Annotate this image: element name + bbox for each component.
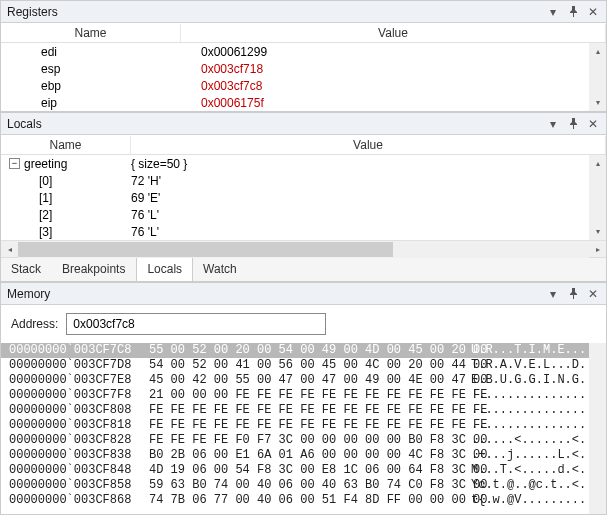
- pin-icon[interactable]: [566, 117, 580, 131]
- locals-index: [2]: [39, 208, 52, 222]
- memory-grid[interactable]: 00000000`003CF7C8 55 00 52 00 20 00 54 0…: [1, 343, 606, 514]
- memory-ascii: ................: [471, 403, 586, 418]
- locals-var-value: { size=50 }: [131, 157, 606, 171]
- memory-hex: B0 2B 06 00 E1 6A 01 A6 00 00 00 00 4C F…: [149, 448, 471, 463]
- memory-hex: 45 00 42 00 55 00 47 00 47 00 49 00 4E 0…: [149, 373, 471, 388]
- locals-columns: Name Value: [1, 135, 606, 155]
- close-icon[interactable]: ✕: [586, 287, 600, 301]
- memory-row[interactable]: 00000000`003CF7F8 21 00 00 00 FE FE FE F…: [9, 388, 602, 403]
- memory-header: Memory ▾ ✕: [1, 283, 606, 305]
- memory-addr: 00000000`003CF7D8: [9, 358, 149, 373]
- registers-body: edi 0x00061299 esp 0x003cf718 ebp 0x003c…: [1, 43, 606, 111]
- scroll-left-icon[interactable]: ◂: [1, 241, 18, 258]
- scroll-up-icon[interactable]: ▴: [589, 43, 606, 60]
- memory-addr: 00000000`003CF828: [9, 433, 149, 448]
- collapse-icon[interactable]: −: [9, 158, 20, 169]
- locals-vscroll[interactable]: ▴ ▾: [589, 155, 606, 240]
- locals-child-row[interactable]: [3] 76 'L': [1, 223, 606, 240]
- register-name: esp: [1, 62, 181, 76]
- address-input[interactable]: [66, 313, 326, 335]
- memory-row[interactable]: 00000000`003CF868 74 7B 06 77 00 40 06 0…: [9, 493, 602, 508]
- memory-row[interactable]: 00000000`003CF7D8 54 00 52 00 41 00 56 0…: [9, 358, 602, 373]
- locals-child-value: 76 'L': [131, 208, 606, 222]
- pin-icon[interactable]: [566, 5, 580, 19]
- scroll-right-icon[interactable]: ▸: [589, 241, 606, 258]
- scroll-down-icon[interactable]: ▾: [589, 223, 606, 240]
- memory-addr: 00000000`003CF7E8: [9, 373, 149, 388]
- tab-locals[interactable]: Locals: [136, 257, 193, 281]
- register-value: 0x003cf718: [181, 62, 606, 76]
- dropdown-icon[interactable]: ▾: [546, 117, 560, 131]
- memory-ascii: .+...j......L.<.: [471, 448, 586, 463]
- locals-child-row[interactable]: [0] 72 'H': [1, 172, 606, 189]
- locals-index: [1]: [39, 191, 52, 205]
- registers-title: Registers: [7, 5, 546, 19]
- memory-hex: 74 7B 06 77 00 40 06 00 51 F4 8D FF 00 0…: [149, 493, 471, 508]
- tab-stack[interactable]: Stack: [1, 258, 52, 281]
- tab-breakpoints[interactable]: Breakpoints: [52, 258, 136, 281]
- register-row[interactable]: esp 0x003cf718: [1, 60, 606, 77]
- memory-panel: Memory ▾ ✕ Address: 00000000`003CF7C8 55…: [0, 282, 607, 515]
- memory-row[interactable]: 00000000`003CF828 FE FE FE FE F0 F7 3C 0…: [9, 433, 602, 448]
- memory-addr: 00000000`003CF848: [9, 463, 149, 478]
- locals-index: [0]: [39, 174, 52, 188]
- registers-vscroll[interactable]: ▴ ▾: [589, 43, 606, 111]
- memory-row[interactable]: 00000000`003CF848 4D 19 06 00 54 F8 3C 0…: [9, 463, 602, 478]
- registers-name-header[interactable]: Name: [1, 24, 181, 42]
- memory-ascii: T.R.A.V.E.L...D.: [471, 358, 586, 373]
- close-icon[interactable]: ✕: [586, 117, 600, 131]
- register-name: edi: [1, 45, 181, 59]
- dropdown-icon[interactable]: ▾: [546, 287, 560, 301]
- memory-addr: 00000000`003CF7F8: [9, 388, 149, 403]
- locals-child-row[interactable]: [2] 76 'L': [1, 206, 606, 223]
- memory-toolbar: Address:: [1, 305, 606, 343]
- memory-row[interactable]: 00000000`003CF7C8 55 00 52 00 20 00 54 0…: [1, 343, 606, 358]
- memory-hex: FE FE FE FE FE FE FE FE FE FE FE FE FE F…: [149, 403, 471, 418]
- memory-row[interactable]: 00000000`003CF7E8 45 00 42 00 55 00 47 0…: [9, 373, 602, 388]
- register-value: 0x00061299: [181, 45, 606, 59]
- memory-row[interactable]: 00000000`003CF838 B0 2B 06 00 E1 6A 01 A…: [9, 448, 602, 463]
- memory-title: Memory: [7, 287, 546, 301]
- locals-child-value: 76 'L': [131, 225, 606, 239]
- scroll-up-icon[interactable]: ▴: [589, 155, 606, 172]
- locals-name-header[interactable]: Name: [1, 136, 131, 154]
- locals-hscroll[interactable]: ◂ ▸: [1, 240, 606, 257]
- register-row[interactable]: ebp 0x003cf7c8: [1, 77, 606, 94]
- locals-index: [3]: [39, 225, 52, 239]
- dropdown-icon[interactable]: ▾: [546, 5, 560, 19]
- memory-hex: FE FE FE FE F0 F7 3C 00 00 00 00 00 B0 F…: [149, 433, 471, 448]
- register-row[interactable]: eip 0x0006175f: [1, 94, 606, 111]
- memory-ascii: ................: [471, 418, 586, 433]
- memory-row[interactable]: 00000000`003CF818 FE FE FE FE FE FE FE F…: [9, 418, 602, 433]
- register-value: 0x003cf7c8: [181, 79, 606, 93]
- memory-ascii: !...............: [471, 388, 586, 403]
- close-icon[interactable]: ✕: [586, 5, 600, 19]
- memory-hex: 21 00 00 00 FE FE FE FE FE FE FE FE FE F…: [149, 388, 471, 403]
- memory-addr: 00000000`003CF858: [9, 478, 149, 493]
- registers-value-header[interactable]: Value: [181, 24, 606, 42]
- registers-columns: Name Value: [1, 23, 606, 43]
- memory-ascii: Yc.t.@..@c.t..<.: [471, 478, 586, 493]
- scroll-down-icon[interactable]: ▾: [589, 94, 606, 111]
- memory-vscroll[interactable]: [589, 343, 606, 514]
- registers-panel: Registers ▾ ✕ Name Value edi 0x00061299 …: [0, 0, 607, 112]
- pin-icon[interactable]: [566, 287, 580, 301]
- memory-ascii: M...T.<.....d.<.: [471, 463, 586, 478]
- locals-root-row[interactable]: − greeting { size=50 }: [1, 155, 606, 172]
- locals-value-header[interactable]: Value: [131, 136, 606, 154]
- memory-ascii: U.R...T.I.M.E...: [471, 343, 586, 358]
- locals-var-name: greeting: [24, 157, 67, 171]
- memory-hex: 55 00 52 00 20 00 54 00 49 00 4D 00 45 0…: [149, 343, 471, 358]
- memory-ascii: E.B.U.G.G.I.N.G.: [471, 373, 586, 388]
- hscroll-thumb[interactable]: [18, 242, 393, 257]
- memory-hex: FE FE FE FE FE FE FE FE FE FE FE FE FE F…: [149, 418, 471, 433]
- memory-hex: 54 00 52 00 41 00 56 00 45 00 4C 00 20 0…: [149, 358, 471, 373]
- memory-ascii: ......<.......<.: [471, 433, 586, 448]
- memory-row[interactable]: 00000000`003CF808 FE FE FE FE FE FE FE F…: [9, 403, 602, 418]
- memory-row[interactable]: 00000000`003CF858 59 63 B0 74 00 40 06 0…: [9, 478, 602, 493]
- locals-child-value: 72 'H': [131, 174, 606, 188]
- tab-watch[interactable]: Watch: [193, 258, 248, 281]
- memory-hex: 4D 19 06 00 54 F8 3C 00 E8 1C 06 00 64 F…: [149, 463, 471, 478]
- locals-child-row[interactable]: [1] 69 'E': [1, 189, 606, 206]
- register-row[interactable]: edi 0x00061299: [1, 43, 606, 60]
